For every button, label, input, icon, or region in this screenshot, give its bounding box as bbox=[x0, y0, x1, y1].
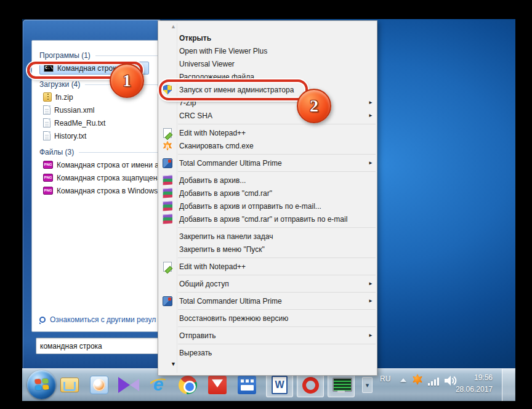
menu-item[interactable]: Добавить в архив "cmd.rar" и отправить п… bbox=[158, 213, 377, 225]
doc-icon bbox=[43, 118, 50, 128]
taskbar-button[interactable] bbox=[118, 373, 139, 397]
menu-item[interactable]: Открыть bbox=[158, 31, 377, 44]
menu-item[interactable]: Total Commander Ultima Prime► bbox=[158, 156, 377, 169]
submenu-arrow-icon: ► bbox=[368, 113, 373, 118]
winrar-icon-wrap bbox=[158, 201, 177, 211]
menu-scroll-up-icon[interactable]: ▲ bbox=[158, 22, 377, 31]
tray-clock[interactable]: 19:56 28.06.2017 bbox=[453, 372, 493, 395]
menu-item[interactable]: Добавить в архив "cmd.rar" bbox=[158, 187, 377, 200]
group-header-rule bbox=[79, 152, 163, 153]
result-item-label: Командная строка в Windows 7 bbox=[57, 187, 163, 195]
chrome-icon bbox=[179, 376, 197, 394]
result-group-label: Программы (1) bbox=[39, 51, 91, 60]
notepadpp-icon-wrap bbox=[158, 128, 177, 138]
start-search-input[interactable] bbox=[36, 338, 161, 354]
menu-item-label: Закрепить в меню "Пуск" bbox=[179, 245, 265, 254]
menu-item-label: Вырезать bbox=[179, 349, 212, 357]
submenu-arrow-icon: ► bbox=[368, 100, 373, 105]
callout-number-2: 2 bbox=[310, 96, 318, 116]
notepadpp-icon bbox=[163, 128, 172, 138]
avast-tray-icon[interactable] bbox=[412, 374, 423, 385]
submenu-arrow-icon: ► bbox=[368, 333, 373, 338]
result-item-label: ReadMe_Ru.txt bbox=[54, 119, 105, 128]
explorer-icon bbox=[60, 378, 79, 392]
doc-icon bbox=[43, 105, 50, 115]
menu-item[interactable]: Добавить в архив... bbox=[158, 174, 377, 187]
submenu-arrow-icon: ► bbox=[368, 160, 373, 166]
menu-item-label: Edit with Notepad++ bbox=[179, 262, 246, 271]
word-icon bbox=[272, 376, 288, 394]
menu-item-label: Закрепить на панели задач bbox=[179, 232, 273, 241]
menu-item[interactable]: Добавить в архив и отправить по e-mail..… bbox=[158, 200, 377, 213]
menu-item[interactable]: Edit with Notepad++ bbox=[158, 126, 377, 139]
ie-icon bbox=[148, 375, 168, 395]
submenu-arrow-icon: ► bbox=[368, 298, 373, 304]
result-item[interactable]: Командная строка от имени ад bbox=[39, 158, 163, 171]
png-icon bbox=[43, 174, 53, 182]
winrar-icon bbox=[163, 188, 172, 198]
menu-item[interactable]: Вырезать bbox=[158, 346, 377, 359]
menu-item[interactable]: Общий доступ► bbox=[158, 277, 377, 290]
menu-item[interactable]: Закрепить на панели задач bbox=[158, 230, 377, 243]
result-item[interactable]: Командная строка зщапущена bbox=[39, 171, 163, 184]
menu-scroll-down-icon[interactable]: ▼ bbox=[158, 359, 377, 369]
kmplayer-icon bbox=[118, 377, 139, 393]
see-more-results-link[interactable]: Ознакомиться с другими результа bbox=[39, 315, 156, 324]
opera-icon bbox=[302, 377, 319, 394]
taskbar-button[interactable] bbox=[177, 373, 198, 397]
menu-item-label: Добавить в архив... bbox=[179, 176, 246, 185]
taskbar-button[interactable] bbox=[266, 373, 293, 397]
menu-item-label: Total Commander Ultima Prime bbox=[179, 159, 282, 168]
result-item[interactable]: ReadMe_Ru.txt bbox=[39, 116, 163, 129]
taskbar-button[interactable] bbox=[148, 373, 169, 397]
totalcmd-icon-wrap bbox=[158, 158, 177, 168]
wmp-icon bbox=[90, 376, 108, 394]
menu-item[interactable]: Закрепить в меню "Пуск" bbox=[158, 243, 377, 256]
result-item[interactable]: fn.zip bbox=[39, 91, 163, 103]
taskbar-button[interactable] bbox=[328, 373, 355, 397]
menu-item[interactable]: Отправить► bbox=[158, 329, 377, 342]
menu-item[interactable]: CRC SHA► bbox=[158, 109, 377, 122]
menu-separator bbox=[178, 292, 376, 293]
hidden-icons-arrow-icon[interactable] bbox=[400, 378, 406, 382]
result-item[interactable]: Командная строка в Windows 7 bbox=[39, 184, 163, 197]
result-item-label: Командная строка зщапущена bbox=[57, 174, 161, 182]
menu-item[interactable]: Total Commander Ultima Prime► bbox=[158, 294, 377, 307]
png-icon bbox=[43, 187, 53, 195]
notepadpp-icon-wrap bbox=[158, 262, 177, 272]
menu-item[interactable]: Open with File Viewer Plus bbox=[158, 44, 377, 57]
menu-item-label: Universal Viewer bbox=[179, 60, 235, 68]
menu-item-label: Общий доступ bbox=[179, 280, 229, 288]
result-item-label: History.txt bbox=[54, 132, 86, 140]
menu-item-label: Восстановить прежнюю версию bbox=[179, 314, 288, 323]
callout-badge-step1: 1 bbox=[110, 63, 144, 98]
show-desktop-button[interactable] bbox=[502, 368, 515, 401]
menu-item[interactable]: Edit with Notepad++ bbox=[158, 260, 377, 273]
start-search-box bbox=[36, 338, 162, 354]
avast-menu-icon bbox=[163, 141, 172, 151]
taskbar-button[interactable] bbox=[59, 373, 80, 397]
doc-icon bbox=[43, 131, 50, 140]
see-more-results-label: Ознакомиться с другими результа bbox=[50, 315, 156, 324]
taskbar-button[interactable] bbox=[207, 373, 228, 397]
result-item[interactable]: History.txt bbox=[39, 129, 163, 142]
zip-icon bbox=[43, 92, 52, 102]
result-item[interactable]: Russian.xml bbox=[39, 103, 163, 116]
result-group-header: Загрузки (4) bbox=[39, 78, 163, 91]
menu-item[interactable]: Universal Viewer bbox=[158, 57, 377, 70]
tray-time: 19:56 bbox=[453, 372, 493, 384]
menu-item[interactable]: Сканировать cmd.exe bbox=[158, 139, 377, 152]
network-signal-icon[interactable] bbox=[428, 376, 443, 386]
menu-separator bbox=[178, 326, 376, 327]
group-header-rule bbox=[95, 55, 163, 56]
taskbar-button[interactable] bbox=[89, 373, 110, 397]
taskbar-button[interactable] bbox=[236, 373, 257, 397]
taskbar-overflow-button[interactable]: ▾ bbox=[362, 377, 373, 393]
start-button[interactable] bbox=[27, 370, 56, 399]
result-group-label: Загрузки (4) bbox=[39, 80, 80, 89]
result-group-header: Файлы (3) bbox=[39, 146, 163, 158]
menu-separator bbox=[178, 275, 376, 275]
language-indicator[interactable]: RU bbox=[380, 375, 390, 383]
taskbar-button[interactable] bbox=[297, 373, 324, 397]
menu-item[interactable]: Восстановить прежнюю версию bbox=[158, 312, 377, 325]
